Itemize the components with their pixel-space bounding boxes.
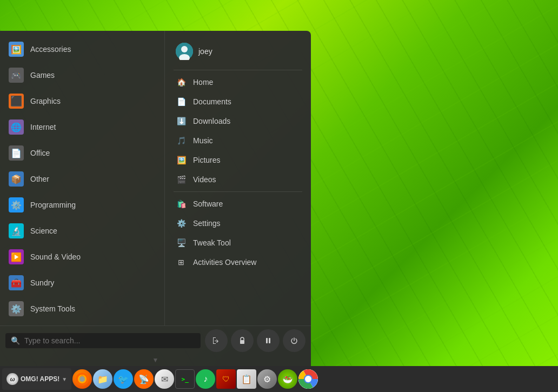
- place-documents-label: Documents: [193, 97, 231, 106]
- taskbar-firefox[interactable]: [72, 369, 92, 389]
- taskbar-chrome[interactable]: [298, 369, 318, 389]
- taskbar-firewall[interactable]: 🛡: [216, 369, 236, 389]
- search-icon: 🔍: [11, 336, 20, 345]
- avatar: [176, 43, 193, 60]
- programming-icon: ⚙️: [9, 197, 24, 212]
- place-home[interactable]: 🏠 Home: [165, 72, 311, 92]
- power-button[interactable]: [283, 329, 305, 352]
- science-icon: 🔬: [9, 223, 24, 238]
- menu-footer: 🔍: [0, 325, 311, 355]
- application-menu: 🖼️ Accessories 🎮 Games ⬛ Graphics 🌐 Inte…: [0, 31, 311, 366]
- category-label-sound-video: Sound & Video: [30, 253, 81, 261]
- category-item-sundry[interactable]: 🧰 Sundry: [0, 270, 164, 296]
- category-item-programming[interactable]: ⚙️ Programming: [0, 192, 164, 218]
- taskbar-terminal[interactable]: >_: [175, 369, 195, 389]
- pictures-icon: 🖼️: [176, 155, 187, 165]
- category-label-other: Other: [30, 175, 49, 183]
- action-activities-label: Activities Overview: [193, 258, 256, 267]
- category-label-graphics: Graphics: [30, 97, 61, 105]
- category-item-other[interactable]: 📦 Other: [0, 166, 164, 192]
- svg-rect-3: [240, 340, 244, 344]
- games-icon: 🎮: [9, 68, 24, 83]
- separator-2: [174, 191, 302, 192]
- search-container: 🔍: [5, 333, 201, 348]
- suspend-button[interactable]: [257, 329, 280, 352]
- activities-icon: ⊞: [176, 257, 187, 268]
- place-downloads-label: Downloads: [193, 117, 230, 125]
- category-label-games: Games: [30, 71, 55, 79]
- category-label-office: Office: [30, 149, 50, 157]
- place-documents[interactable]: 📄 Documents: [165, 92, 311, 111]
- taskbar-gear[interactable]: ⚙: [257, 369, 277, 389]
- place-videos[interactable]: 🎬 Videos: [165, 170, 311, 189]
- category-item-games[interactable]: 🎮 Games: [0, 62, 164, 88]
- launcher-label: OMG! APPS!: [21, 375, 59, 383]
- action-software-label: Software: [193, 200, 223, 208]
- user-section: joey: [165, 36, 311, 68]
- music-icon: 🎵: [176, 135, 187, 146]
- category-list: 🖼️ Accessories 🎮 Games ⬛ Graphics 🌐 Inte…: [0, 31, 165, 325]
- action-tweak-tool-label: Tweak Tool: [193, 238, 231, 247]
- action-software[interactable]: 🛍️ Software: [165, 194, 311, 214]
- category-item-graphics[interactable]: ⬛ Graphics: [0, 88, 164, 114]
- place-pictures-label: Pictures: [193, 156, 221, 164]
- place-music[interactable]: 🎵 Music: [165, 131, 311, 150]
- taskbar-spotify[interactable]: ♪: [196, 369, 215, 389]
- taskbar-geary[interactable]: ✉: [155, 369, 174, 389]
- graphics-icon: ⬛: [9, 94, 24, 109]
- tweak-tool-icon: 🖥️: [176, 237, 187, 248]
- taskbar-files[interactable]: 📁: [93, 369, 112, 389]
- action-settings[interactable]: ⚙️ Settings: [165, 214, 311, 233]
- category-item-science[interactable]: 🔬 Science: [0, 218, 164, 244]
- downloads-icon: ⬇️: [176, 116, 187, 127]
- home-icon: 🏠: [176, 77, 187, 88]
- other-icon: 📦: [9, 171, 24, 187]
- taskbar-clipboard[interactable]: 📋: [237, 369, 256, 389]
- action-activities[interactable]: ⊞ Activities Overview: [165, 253, 311, 272]
- category-item-sound-video[interactable]: ▶️ Sound & Video: [0, 244, 164, 270]
- sound-video-icon: ▶️: [9, 249, 24, 264]
- category-item-accessories[interactable]: 🖼️ Accessories: [0, 36, 164, 62]
- category-item-internet[interactable]: 🌐 Internet: [0, 114, 164, 140]
- action-tweak-tool[interactable]: 🖥️ Tweak Tool: [165, 233, 311, 253]
- documents-icon: 📄: [176, 96, 187, 107]
- office-icon: 📄: [9, 145, 24, 161]
- svg-point-11: [305, 376, 311, 382]
- bottom-actions: [205, 329, 305, 352]
- launcher-button[interactable]: ω OMG! APPS! ▼: [2, 368, 71, 390]
- internet-icon: 🌐: [9, 119, 24, 135]
- svg-rect-5: [269, 338, 270, 343]
- category-label-system-tools: System Tools: [30, 304, 75, 313]
- svg-point-1: [181, 46, 188, 52]
- place-downloads[interactable]: ⬇️ Downloads: [165, 111, 311, 131]
- place-music-label: Music: [193, 136, 213, 145]
- videos-icon: 🎬: [176, 174, 187, 185]
- menu-body: 🖼️ Accessories 🎮 Games ⬛ Graphics 🌐 Inte…: [0, 31, 311, 325]
- category-label-programming: Programming: [30, 201, 76, 209]
- category-label-accessories: Accessories: [30, 45, 71, 54]
- place-videos-label: Videos: [193, 175, 216, 184]
- category-item-system-tools[interactable]: ⚙️ System Tools: [0, 296, 164, 322]
- separator-1: [174, 70, 302, 70]
- place-pictures[interactable]: 🖼️ Pictures: [165, 150, 311, 170]
- logout-button[interactable]: [205, 329, 228, 352]
- sundry-icon: 🧰: [9, 275, 24, 290]
- taskbar-rss[interactable]: 📡: [134, 369, 154, 389]
- username: joey: [198, 47, 212, 56]
- taskbar-twitter[interactable]: 🐦: [114, 369, 133, 389]
- places-section: joey 🏠 Home 📄 Documents ⬇️ Downloads 🎵 M…: [165, 31, 311, 325]
- svg-rect-4: [266, 338, 268, 343]
- settings-icon: ⚙️: [176, 218, 187, 229]
- taskbar-nutrition[interactable]: 🥗: [278, 369, 297, 389]
- software-icon: 🛍️: [176, 198, 187, 209]
- lock-button[interactable]: [231, 329, 254, 352]
- search-input[interactable]: [24, 336, 195, 345]
- category-label-internet: Internet: [30, 123, 56, 131]
- action-settings-label: Settings: [193, 219, 221, 228]
- category-label-sundry: Sundry: [30, 278, 54, 287]
- panel-arrow: ▼: [0, 355, 311, 366]
- place-home-label: Home: [193, 78, 213, 87]
- accessories-icon: 🖼️: [9, 42, 24, 57]
- launcher-arrow-icon: ▼: [62, 376, 67, 382]
- category-item-office[interactable]: 📄 Office: [0, 140, 164, 166]
